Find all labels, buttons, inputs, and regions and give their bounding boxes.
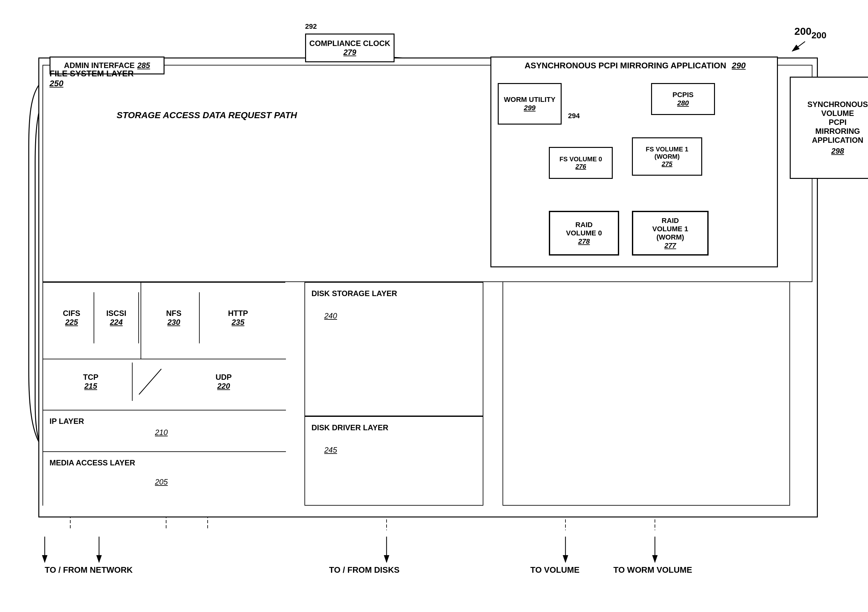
iscsi-box: ISCSI 224 — [94, 292, 139, 343]
transport-diagonal-svg — [136, 366, 168, 398]
protocol-layer: CIFS 225 ISCSI 224 NFS 230 HTTP — [43, 283, 286, 359]
bottom-worm-volume-label: TO WORM VOLUME — [613, 565, 692, 575]
worm-utility-label: WORM UTILITY — [504, 96, 555, 104]
diagram-container: 200 292 — [19, 19, 843, 594]
http-label: HTTP — [228, 309, 248, 318]
network-stack-box: CIFS 225 ISCSI 224 NFS 230 HTTP — [42, 282, 285, 506]
fs-vol0-box: FS VOLUME 0 276 — [549, 147, 613, 179]
nfs-label: NFS — [166, 309, 181, 318]
bottom-network-label: TO / FROM NETWORK — [45, 565, 133, 575]
nfs-box: NFS 230 — [149, 292, 200, 343]
iscsi-label: ISCSI — [106, 309, 127, 318]
media-layer-box: MEDIA ACCESS LAYER 205 — [43, 452, 286, 506]
async-pcpi-box: ASYNCHRONOUS PCPI MIRRORING APPLICATION … — [490, 57, 778, 267]
fs-layer-ref: 250 — [50, 79, 63, 88]
svg-line-1 — [792, 42, 805, 51]
disk-storage-label: DISK STORAGE LAYER — [312, 289, 397, 298]
ref-292: 292 — [305, 22, 317, 31]
pcpis-box: PCPIS 280 — [651, 83, 715, 115]
tcp-box: TCP 215 — [50, 363, 133, 401]
fs-layer-label: FILE SYSTEM LAYER 250 — [50, 69, 133, 88]
udp-label: UDP — [215, 373, 232, 382]
disk-driver-ref: 245 — [324, 446, 337, 454]
disk-storage-box: DISK STORAGE LAYER 240 — [304, 282, 484, 416]
tcp-ref: 215 — [84, 382, 97, 390]
async-pcpi-title: ASYNCHRONOUS PCPI MIRRORING APPLICATION … — [494, 61, 776, 71]
storage-access-label: STORAGE ACCESS DATA REQUEST PATH — [116, 110, 297, 121]
nfs-ref: 230 — [167, 318, 180, 327]
disk-driver-box: DISK DRIVER LAYER 245 — [304, 416, 484, 506]
ref-294: 294 — [568, 112, 580, 120]
compliance-clock-box: COMPLIANCE CLOCK 279 — [305, 34, 395, 62]
raid-vol1-label: RAIDVOLUME 1(WORM) — [653, 217, 688, 242]
ip-layer-ref: 210 — [155, 428, 168, 437]
disk-storage-ref: 240 — [324, 311, 337, 321]
ref-200-label: 200 — [795, 26, 811, 37]
fs-vol0-ref: 276 — [575, 163, 586, 170]
raid-vol1-box: RAIDVOLUME 1(WORM) 277 — [632, 211, 708, 256]
tcp-label: TCP — [83, 373, 98, 382]
svg-line-19 — [139, 369, 161, 395]
sync-volume-ref: 298 — [831, 147, 844, 156]
fs-layer-box: ADMIN INTERFACE 285 COMPLIANCE CLOCK 279… — [42, 65, 812, 282]
bottom-volume-label: TO VOLUME — [530, 565, 580, 575]
async-pcpi-ref: 290 — [732, 61, 746, 70]
main-diagram-box: ADMIN INTERFACE 285 COMPLIANCE CLOCK 279… — [38, 57, 818, 517]
ip-layer-label: IP LAYER — [50, 417, 84, 426]
http-ref: 235 — [232, 318, 244, 327]
disk-driver-label: DISK DRIVER LAYER — [312, 423, 389, 432]
ip-layer-box: IP LAYER 210 — [43, 411, 286, 452]
worm-utility-box: WORM UTILITY 299 — [498, 83, 562, 125]
cifs-box: CIFS 225 — [50, 292, 94, 343]
raid-vol0-box: RAIDVOLUME 0 278 — [549, 211, 619, 256]
fs-vol0-label: FS VOLUME 0 — [560, 156, 602, 163]
transport-layer: TCP 215 UDP 220 — [43, 359, 286, 411]
iscsi-ref: 224 — [110, 318, 122, 327]
media-layer-label: MEDIA ACCESS LAYER — [50, 459, 135, 467]
cifs-label: CIFS — [63, 309, 81, 318]
fs-vol1-ref: 275 — [662, 160, 672, 168]
pcpis-label: PCPIS — [673, 91, 694, 99]
cifs-ref: 225 — [65, 318, 78, 327]
svg-text:200: 200 — [811, 30, 826, 40]
protocol-divider — [141, 283, 141, 359]
fs-vol1-label: FS VOLUME 1(WORM) — [646, 146, 688, 160]
compliance-clock-label: COMPLIANCE CLOCK — [309, 39, 390, 48]
udp-box: UDP 220 — [171, 363, 276, 401]
pcpis-ref: 280 — [677, 99, 689, 107]
bottom-disks-label: TO / FROM DISKS — [329, 565, 400, 575]
async-pcpi-lower — [502, 282, 790, 506]
udp-ref: 220 — [217, 382, 230, 390]
worm-utility-ref: 299 — [524, 104, 536, 112]
sync-volume-box: SYNCHRONOUSVOLUMEPCPIMIRRORINGAPPLICATIO… — [790, 77, 868, 179]
compliance-clock-ref: 279 — [343, 48, 356, 57]
sync-volume-label: SYNCHRONOUSVOLUMEPCPIMIRRORINGAPPLICATIO… — [807, 100, 868, 145]
raid-vol0-ref: 278 — [578, 237, 590, 246]
media-layer-ref: 205 — [155, 477, 168, 487]
raid-vol0-label: RAIDVOLUME 0 — [566, 221, 602, 237]
fs-vol1-box: FS VOLUME 1(WORM) 275 — [632, 137, 702, 176]
http-box: HTTP 235 — [200, 292, 276, 343]
raid-vol1-ref: 277 — [665, 242, 676, 250]
admin-interface-ref: 285 — [137, 61, 150, 70]
